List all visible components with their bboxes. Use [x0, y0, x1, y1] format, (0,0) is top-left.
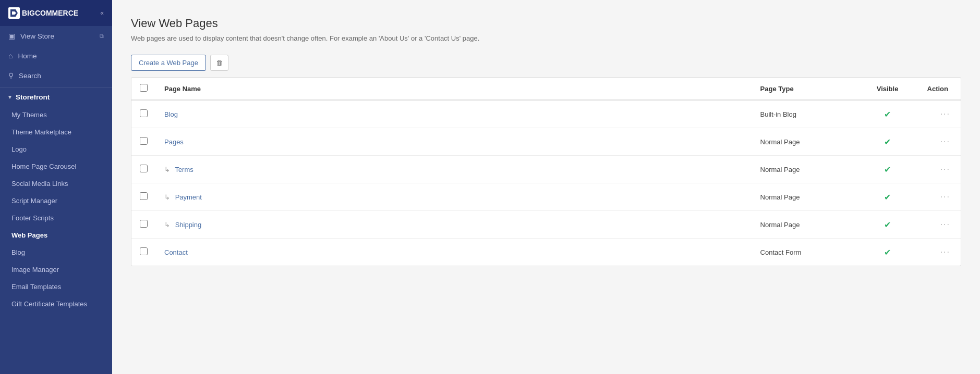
- sidebar-item-email-templates[interactable]: Email Templates: [0, 278, 112, 295]
- sidebar-logo: BIGCOMMERCE «: [0, 0, 112, 26]
- row-type-payment: Normal Page: [752, 183, 856, 211]
- visible-check-icon: ✔: [884, 110, 891, 119]
- row-checkbox-pages: [131, 128, 156, 156]
- top-nav: ▣ View Store ⧉ ⌂ Home ⚲ Search: [0, 26, 112, 85]
- sidebar-item-home[interactable]: ⌂ Home: [0, 46, 112, 66]
- checkbox-payment[interactable]: [140, 192, 148, 200]
- page-link-pages[interactable]: Pages: [164, 138, 184, 146]
- checkbox-shipping[interactable]: [140, 220, 148, 228]
- header-visible: Visible: [856, 78, 919, 100]
- sidebar-item-home-page-carousel[interactable]: Home Page Carousel: [0, 158, 112, 175]
- table-row: Blog Built-in Blog ✔ ···: [131, 100, 961, 128]
- sub-arrow-icon: ↳: [164, 166, 170, 173]
- table-row: Pages Normal Page ✔ ···: [131, 128, 961, 156]
- checkbox-pages[interactable]: [140, 137, 148, 145]
- external-link-icon: ⧉: [100, 33, 104, 40]
- sidebar-item-web-pages[interactable]: Web Pages: [0, 227, 112, 244]
- row-visible-pages: ✔: [856, 128, 919, 156]
- more-actions-button-shipping[interactable]: ···: [938, 218, 952, 231]
- sidebar-item-image-manager[interactable]: Image Manager: [0, 261, 112, 278]
- brand-name: BIGCOMMERCE: [22, 9, 78, 17]
- delete-button[interactable]: 🗑: [210, 55, 228, 71]
- sidebar-item-gift-certificate-templates[interactable]: Gift Certificate Templates: [0, 295, 112, 313]
- row-type-terms: Normal Page: [752, 156, 856, 183]
- more-actions-button-contact[interactable]: ···: [938, 245, 952, 259]
- table-body: Blog Built-in Blog ✔ ··· P: [131, 100, 961, 266]
- collapse-button[interactable]: «: [100, 9, 104, 17]
- row-checkbox-payment: [131, 183, 156, 211]
- page-link-terms[interactable]: Terms: [175, 166, 193, 173]
- visible-check-icon: ✔: [884, 138, 891, 146]
- row-type-shipping: Normal Page: [752, 211, 856, 239]
- checkbox-contact[interactable]: [140, 247, 148, 255]
- row-checkbox-terms: [131, 156, 156, 183]
- visible-check-icon: ✔: [884, 193, 891, 202]
- sidebar-item-theme-marketplace[interactable]: Theme Marketplace: [0, 123, 112, 141]
- row-action-contact: ···: [919, 239, 961, 266]
- sidebar-item-my-themes[interactable]: My Themes: [0, 106, 112, 123]
- more-actions-button-terms[interactable]: ···: [938, 163, 952, 176]
- sidebar-item-search[interactable]: ⚲ Search: [0, 66, 112, 85]
- row-name-blog: Blog: [156, 100, 752, 128]
- sidebar: BIGCOMMERCE « ▣ View Store ⧉ ⌂ Home ⚲ Se…: [0, 0, 112, 374]
- row-type-blog: Built-in Blog: [752, 100, 856, 128]
- visible-check-icon: ✔: [884, 248, 891, 257]
- sidebar-item-social-media-links[interactable]: Social Media Links: [0, 175, 112, 192]
- storefront-section-header[interactable]: ▾ Storefront: [0, 88, 112, 106]
- row-type-pages: Normal Page: [752, 128, 856, 156]
- store-icon: ▣: [8, 32, 15, 40]
- page-link-contact[interactable]: Contact: [164, 248, 188, 256]
- more-actions-button-payment[interactable]: ···: [938, 190, 952, 204]
- visible-check-icon: ✔: [884, 220, 891, 229]
- sidebar-item-blog[interactable]: Blog: [0, 244, 112, 261]
- row-checkbox-shipping: [131, 211, 156, 239]
- bc-logo-icon: [8, 7, 20, 19]
- search-icon: ⚲: [8, 71, 14, 80]
- search-label: Search: [19, 72, 41, 80]
- sidebar-item-view-store[interactable]: ▣ View Store ⧉: [0, 26, 112, 46]
- table-row: ↳ Shipping Normal Page ✔ ···: [131, 211, 961, 239]
- row-name-terms: ↳ Terms: [156, 156, 752, 183]
- chevron-icon: ▾: [8, 94, 11, 101]
- more-actions-button-blog[interactable]: ···: [938, 107, 952, 121]
- sub-arrow-icon: ↳: [164, 193, 170, 201]
- sidebar-item-script-manager[interactable]: Script Manager: [0, 192, 112, 209]
- toolbar: Create a Web Page 🗑: [131, 55, 961, 77]
- sidebar-item-logo[interactable]: Logo: [0, 141, 112, 158]
- home-label: Home: [18, 52, 37, 60]
- row-name-contact: Contact: [156, 239, 752, 266]
- table-row: ↳ Payment Normal Page ✔ ···: [131, 183, 961, 211]
- header-page-type: Page Type: [752, 78, 856, 100]
- select-all-checkbox[interactable]: [140, 84, 148, 92]
- table-row: ↳ Terms Normal Page ✔ ···: [131, 156, 961, 183]
- page-link-shipping[interactable]: Shipping: [175, 221, 202, 229]
- create-web-page-button[interactable]: Create a Web Page: [131, 55, 206, 71]
- home-icon: ⌂: [8, 52, 13, 60]
- header-action: Action: [919, 78, 961, 100]
- section-label: Storefront: [16, 93, 50, 101]
- sidebar-item-footer-scripts[interactable]: Footer Scripts: [0, 209, 112, 227]
- header-page-name: Page Name: [156, 78, 752, 100]
- page-description: Web pages are used to display content th…: [131, 34, 961, 42]
- header-checkbox-col: [131, 78, 156, 100]
- row-visible-shipping: ✔: [856, 211, 919, 239]
- row-checkbox-contact: [131, 239, 156, 266]
- checkbox-blog[interactable]: [140, 109, 148, 117]
- row-name-pages: Pages: [156, 128, 752, 156]
- row-name-payment: ↳ Payment: [156, 183, 752, 211]
- page-link-payment[interactable]: Payment: [175, 193, 202, 201]
- web-pages-table-container: Page Name Page Type Visible Action Blog …: [131, 77, 961, 266]
- more-actions-button-pages[interactable]: ···: [938, 135, 952, 148]
- main-content: View Web Pages Web pages are used to dis…: [112, 0, 980, 374]
- row-name-shipping: ↳ Shipping: [156, 211, 752, 239]
- table-row: Contact Contact Form ✔ ···: [131, 239, 961, 266]
- page-link-blog[interactable]: Blog: [164, 110, 178, 118]
- checkbox-terms[interactable]: [140, 165, 148, 172]
- row-action-pages: ···: [919, 128, 961, 156]
- row-visible-payment: ✔: [856, 183, 919, 211]
- trash-icon: 🗑: [216, 59, 223, 67]
- row-visible-blog: ✔: [856, 100, 919, 128]
- row-action-blog: ···: [919, 100, 961, 128]
- web-pages-table: Page Name Page Type Visible Action Blog …: [131, 78, 961, 266]
- sub-arrow-icon: ↳: [164, 221, 170, 229]
